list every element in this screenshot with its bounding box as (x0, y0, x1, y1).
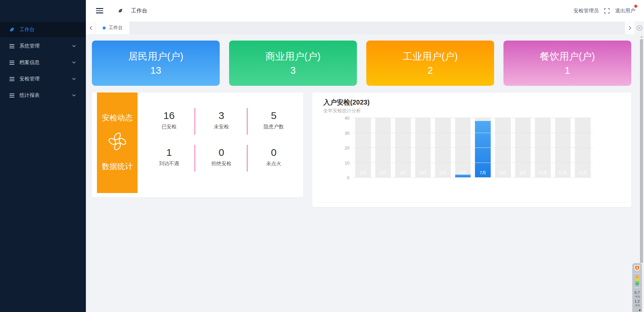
chart-column-10月[interactable]: 10月 (535, 118, 551, 178)
safety-stat-value: 16 (143, 110, 195, 121)
logout-button[interactable]: 退出用户 (615, 8, 635, 14)
chart-bar-background (375, 118, 391, 178)
safety-stat-value: 0 (195, 147, 248, 158)
tab-scroll-left-button[interactable] (86, 21, 96, 34)
safety-stat-inspected: 16已安检 (143, 107, 195, 135)
safety-stat-label: 拒绝安检 (195, 161, 248, 167)
sidebar-item-label: 系统管理 (19, 43, 40, 49)
stat-card-label: 餐饮用户(户) (540, 49, 595, 63)
chart-bar-background (395, 118, 411, 178)
safety-banner: 安检动态 数据统计 (97, 92, 138, 193)
tab-label: 工作台 (109, 25, 123, 31)
active-tab-dot-icon (103, 26, 106, 29)
safety-stat-value: 1 (143, 147, 195, 158)
safety-stat-uninspected: 3未安检 (195, 107, 248, 135)
list-icon (9, 43, 15, 49)
fullscreen-icon[interactable] (604, 8, 610, 14)
chevron-down-icon (72, 78, 76, 80)
list-icon (9, 92, 15, 99)
tab-workbench[interactable]: 工作台 (96, 21, 129, 34)
tab-scroll-right-button[interactable] (625, 21, 635, 34)
stat-card-catering-users[interactable]: 餐饮用户(户)1 (503, 41, 631, 86)
safety-stat-label: 未点火 (248, 161, 300, 167)
chart-bar-background (455, 118, 471, 178)
chart-column-4月[interactable]: 4月 (415, 118, 431, 178)
hamburger-menu-icon[interactable] (96, 8, 103, 13)
chart-gridline (353, 147, 593, 148)
safety-stat-label: 未安检 (195, 124, 248, 130)
safety-banner-title: 安检动态 (102, 113, 133, 123)
app-root: 工作台系统管理档案信息安检管理统计报表 工作台 安检管理员 (0, 0, 644, 312)
stat-card-label: 商业用户(户) (265, 49, 320, 63)
tab-strip: 工作台 (96, 21, 625, 34)
content-area: 居民用户(户)13商业用户(户)3工业用户(户)2餐饮用户(户)1 安检动态 (86, 34, 644, 312)
safety-stat-label: 隐患户数 (248, 124, 300, 130)
stat-card-label: 工业用户(户) (402, 49, 458, 63)
safety-stat-label: 到访不遇 (143, 161, 195, 167)
list-icon (9, 60, 15, 66)
main-area: 工作台 安检管理员 退出用户 (86, 0, 644, 312)
sidebar-item-safety[interactable]: 安检管理 (0, 71, 86, 86)
chart-column-12月[interactable]: 12月 (575, 118, 591, 178)
stat-cards-row: 居民用户(户)13商业用户(户)3工业用户(户)2餐饮用户(户)1 (92, 41, 631, 86)
widget-divider (634, 273, 641, 273)
header-right: 安检管理员 退出用户 (574, 8, 635, 14)
chart-column-2月[interactable]: 2月 (375, 118, 391, 178)
chart-column-11月[interactable]: 11月 (555, 118, 571, 178)
current-user[interactable]: 安检管理员 (574, 8, 599, 14)
panels-row: 安检动态 数据统计 16已安检3未安检5隐患户数1到访不遇0拒绝安检0未点火 (92, 92, 631, 207)
sidebar-item-label: 档案信息 (19, 59, 40, 66)
chart-column-5月[interactable]: 5月 (435, 118, 451, 178)
sidebar-item-reports[interactable]: 统计报表 (0, 88, 86, 103)
tab-close-button[interactable] (635, 21, 644, 34)
chart-bar-background (355, 118, 371, 178)
chart-column-6月[interactable]: 6月 (455, 118, 471, 178)
safety-stats-grid: 16已安检3未安检5隐患户数1到访不遇0拒绝安检0未点火 (143, 107, 300, 172)
chart-gridline (353, 177, 593, 178)
sidebar-item-system[interactable]: 系统管理 (0, 39, 86, 54)
pinwheel-icon (107, 131, 128, 153)
widget-collapse-caret[interactable]: ▼ (638, 309, 641, 312)
safety-stat-label: 已安检 (143, 124, 195, 130)
safety-stat-refused: 0拒绝安检 (195, 144, 248, 172)
chart-column-7月[interactable]: 7月 (475, 118, 491, 178)
chart-y-tick-label: 20 (335, 145, 350, 150)
leaf-icon (117, 8, 123, 14)
chart-x-label: 10月 (535, 170, 551, 176)
chart-x-label: 9月 (515, 170, 531, 176)
sidebar-item-workbench[interactable]: 工作台 (0, 22, 86, 37)
chart-x-label: 2月 (375, 170, 391, 176)
chart-column-9月[interactable]: 9月 (515, 118, 531, 178)
chart-x-label: 12月 (575, 170, 591, 176)
speed-monitor-widget[interactable]: 1 5.7 ↑K/s 1.2 ↓K/s ▼ (632, 263, 642, 312)
chart-y-tick-label: 10 (335, 161, 350, 166)
download-speed-value: 1.2 (635, 299, 640, 304)
chart-gridline (353, 118, 593, 118)
chevron-down-icon (72, 45, 76, 47)
chart-column-3月[interactable]: 3月 (395, 118, 411, 178)
safety-dynamics-panel: 安检动态 数据统计 16已安检3未安检5隐患户数1到访不遇0拒绝安检0未点火 (92, 92, 303, 197)
chart-bar-background (555, 118, 571, 178)
scrollbar-thumb[interactable] (640, 39, 643, 263)
stat-card-industrial-users[interactable]: 工业用户(户)2 (366, 41, 494, 86)
chart-x-label: 11月 (555, 170, 571, 176)
list-icon (9, 76, 15, 82)
sidebar-item-archives[interactable]: 档案信息 (0, 55, 86, 70)
stat-card-value: 1 (565, 63, 570, 77)
safety-stat-not-home: 1到访不遇 (143, 144, 195, 172)
upload-speed-value: 5.7 (635, 291, 640, 295)
shield-badge-icon[interactable]: 1 (634, 265, 640, 271)
sidebar-item-label: 统计报表 (19, 92, 40, 99)
chart-column-8月[interactable]: 8月 (495, 118, 511, 178)
chart-gridline (353, 133, 593, 133)
chart-x-label: 3月 (395, 170, 411, 176)
chart-column-1月[interactable]: 1月 (355, 118, 371, 178)
sidebar: 工作台系统管理档案信息安检管理统计报表 (0, 0, 86, 312)
inspection-chart-panel: 入户安检(2023) 全年安检统计分析 1月2月3月4月5月6月7月8月9月10… (312, 92, 631, 207)
chevron-down-icon (72, 61, 76, 64)
stat-card-resident-users[interactable]: 居民用户(户)13 (92, 41, 220, 86)
stat-card-commercial-users[interactable]: 商业用户(户)3 (229, 41, 357, 86)
chart-title: 入户安检(2023) (323, 98, 370, 107)
scrollbar-up-arrow[interactable]: ▲ (639, 34, 644, 39)
top-header: 工作台 安检管理员 退出用户 (86, 0, 644, 21)
